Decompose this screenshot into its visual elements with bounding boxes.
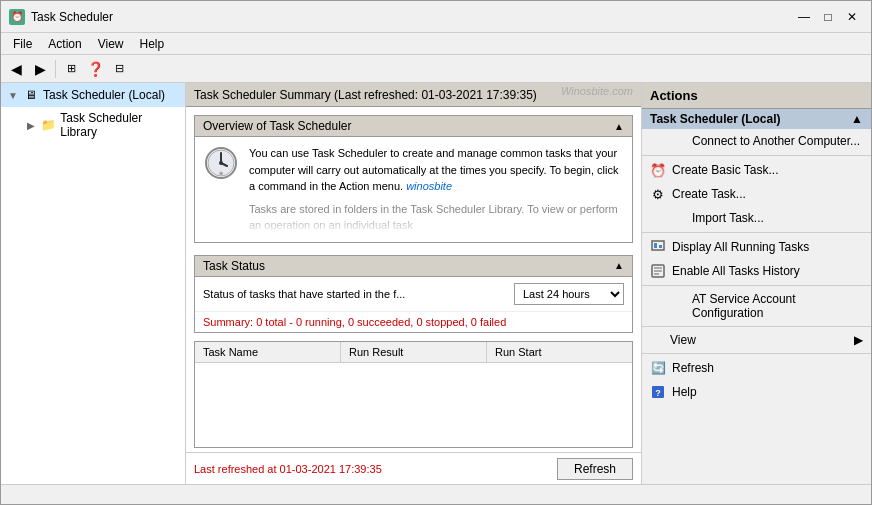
show-hide-console-button[interactable]: ⊞ [60, 58, 82, 80]
clock-icon: ⊕ [203, 145, 239, 181]
overview-content: ⊕ You can use Task Scheduler to create a… [195, 137, 632, 242]
overview-highlight: winosbite [406, 180, 452, 192]
tree-item-library[interactable]: ▶ 📁 Task Scheduler Library [1, 107, 185, 143]
action-refresh[interactable]: 🔄 Refresh [642, 356, 871, 380]
expand-library-icon: ▶ [25, 119, 37, 131]
menu-bar: File Action View Help [1, 33, 871, 55]
svg-rect-6 [652, 241, 664, 250]
summary-row: Summary: 0 total - 0 running, 0 succeede… [195, 311, 632, 332]
action-create-task[interactable]: ⚙ Create Task... [642, 182, 871, 206]
actions-separator-3 [642, 285, 871, 286]
task-status-header: Task Status ▲ [195, 256, 632, 277]
menu-file[interactable]: File [5, 35, 40, 52]
overview-scroll-area: You can use Task Scheduler to create and… [249, 145, 624, 234]
last-refreshed-label: Last refreshed at 01-03-2021 17:39:35 [194, 463, 382, 475]
action-at-service[interactable]: AT Service Account Configuration [642, 288, 871, 324]
overview-collapse-icon[interactable]: ▲ [614, 121, 624, 132]
minimize-button[interactable]: — [793, 6, 815, 28]
create-basic-icon: ⏰ [650, 162, 666, 178]
actions-separator-4 [642, 326, 871, 327]
center-footer: Last refreshed at 01-03-2021 17:39:35 Re… [186, 452, 641, 484]
overview-fade [249, 214, 624, 234]
action-view-submenu: View ▶ [670, 333, 863, 347]
close-button[interactable]: ✕ [841, 6, 863, 28]
status-row: Status of tasks that have started in the… [195, 277, 632, 311]
actions-group-header[interactable]: Task Scheduler (Local) ▲ [642, 109, 871, 129]
computer-icon: 🖥 [23, 87, 39, 103]
help-toolbar-button[interactable]: ❓ [84, 58, 106, 80]
menu-help[interactable]: Help [132, 35, 173, 52]
action-create-basic-label: Create Basic Task... [672, 163, 779, 177]
svg-rect-8 [659, 245, 662, 248]
title-bar-left: ⏰ Task Scheduler [9, 9, 113, 25]
toolbar-separator-1 [55, 60, 56, 78]
svg-rect-7 [654, 243, 657, 248]
menu-view[interactable]: View [90, 35, 132, 52]
status-bar [1, 484, 871, 504]
app-icon: ⏰ [9, 9, 25, 25]
connect-icon [670, 133, 686, 149]
center-scroll: Overview of Task Scheduler ▲ [186, 107, 641, 452]
toolbar: ◀ ▶ ⊞ ❓ ⊟ [1, 55, 871, 83]
actions-separator-1 [642, 155, 871, 156]
right-panel: Actions Task Scheduler (Local) ▲ Connect… [641, 83, 871, 484]
maximize-button[interactable]: □ [817, 6, 839, 28]
action-import[interactable]: Import Task... [642, 206, 871, 230]
overview-text: You can use Task Scheduler to create and… [249, 145, 624, 195]
svg-text:?: ? [655, 388, 661, 398]
overview-title: Overview of Task Scheduler [203, 119, 352, 133]
table-header: Task Name Run Result Run Start [195, 342, 632, 363]
overview-section: Overview of Task Scheduler ▲ [194, 115, 633, 243]
svg-point-4 [219, 161, 223, 165]
actions-header: Actions [642, 83, 871, 109]
overview-content-inner: ⊕ You can use Task Scheduler to create a… [203, 145, 624, 234]
action-connect[interactable]: Connect to Another Computer... [642, 129, 871, 153]
refresh-button[interactable]: Refresh [557, 458, 633, 480]
at-service-icon [670, 298, 686, 314]
time-range-select[interactable]: Last 24 hours Last hour Last 7 days Last… [514, 283, 624, 305]
import-icon [670, 210, 686, 226]
action-create-task-label: Create Task... [672, 187, 746, 201]
action-connect-label: Connect to Another Computer... [692, 134, 860, 148]
folder-icon: 📁 [41, 117, 57, 133]
action-display-running-label: Display All Running Tasks [672, 240, 809, 254]
action-help-label: Help [672, 385, 697, 399]
svg-text:⊕: ⊕ [219, 170, 223, 176]
tree-item-local[interactable]: ▼ 🖥 Task Scheduler (Local) [1, 83, 185, 107]
actions-separator-2 [642, 232, 871, 233]
action-create-basic[interactable]: ⏰ Create Basic Task... [642, 158, 871, 182]
task-status-section: Task Status ▲ Status of tasks that have … [194, 255, 633, 333]
action-enable-history[interactable]: Enable All Tasks History [642, 259, 871, 283]
task-status-collapse-icon[interactable]: ▲ [614, 260, 624, 271]
main-area: ▼ 🖥 Task Scheduler (Local) ▶ 📁 Task Sche… [1, 83, 871, 484]
action-help[interactable]: ? Help [642, 380, 871, 404]
action-import-label: Import Task... [692, 211, 764, 225]
table-area: Task Name Run Result Run Start [194, 341, 633, 449]
back-button[interactable]: ◀ [5, 58, 27, 80]
left-panel: ▼ 🖥 Task Scheduler (Local) ▶ 📁 Task Sche… [1, 83, 186, 484]
expand-icon: ▼ [7, 89, 19, 101]
actions-group-collapse-icon: ▲ [851, 112, 863, 126]
col-run-result: Run Result [341, 342, 487, 362]
forward-button[interactable]: ▶ [29, 58, 51, 80]
action-at-service-label: AT Service Account Configuration [692, 292, 863, 320]
help-action-icon: ? [650, 384, 666, 400]
action-enable-history-label: Enable All Tasks History [672, 264, 800, 278]
create-task-icon: ⚙ [650, 186, 666, 202]
status-label: Status of tasks that have started in the… [203, 288, 506, 300]
action-view[interactable]: View ▶ [642, 329, 871, 351]
center-panel: Winosbite.com Task Scheduler Summary (La… [186, 83, 641, 484]
action-display-running[interactable]: Display All Running Tasks [642, 235, 871, 259]
window-title: Task Scheduler [31, 10, 113, 24]
main-window: ⏰ Task Scheduler — □ ✕ File Action View … [0, 0, 872, 505]
actions-group-label: Task Scheduler (Local) [650, 112, 780, 126]
title-bar: ⏰ Task Scheduler — □ ✕ [1, 1, 871, 33]
display-running-icon [650, 239, 666, 255]
watermark: Winosbite.com [561, 85, 633, 97]
col-run-start: Run Start [487, 342, 632, 362]
menu-action[interactable]: Action [40, 35, 89, 52]
title-controls: — □ ✕ [793, 6, 863, 28]
actions-separator-5 [642, 353, 871, 354]
export-button[interactable]: ⊟ [108, 58, 130, 80]
refresh-action-icon: 🔄 [650, 360, 666, 376]
